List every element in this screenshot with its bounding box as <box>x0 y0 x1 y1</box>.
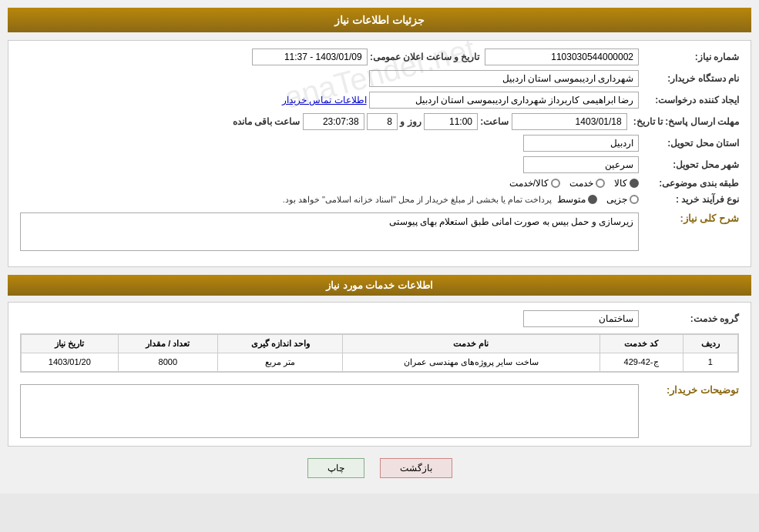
radio-kala-khedmat-label: کالا/خدمت <box>509 178 549 189</box>
radio-jozee[interactable]: جزیی <box>606 194 639 205</box>
services-section-title: اطلاعات خدمات مورد نیاز <box>8 275 751 296</box>
table-cell-name: ساخت سایر پروژه‌های مهندسی عمران <box>343 353 599 371</box>
table-cell-quantity: 8000 <box>118 353 217 371</box>
table-cell-unit: متر مربع <box>217 353 342 371</box>
service-group-label: گروه خدمت: <box>639 313 739 324</box>
deadline-day-label: روز و <box>400 116 421 127</box>
radio-motavasset[interactable]: متوسط <box>557 194 597 205</box>
deadline-day: 8 <box>367 113 398 130</box>
creator-value: رضا ابراهیمی کاربرداز شهرداری اردیبموسی … <box>369 92 639 109</box>
deadline-remain: 23:07:38 <box>303 113 364 130</box>
deadline-time-label: ساعت: <box>480 116 509 127</box>
buyer-notes-textarea[interactable] <box>20 384 639 438</box>
purchase-type-radio-group: جزیی متوسط <box>557 194 639 205</box>
button-row: بازگشت چاپ <box>8 458 751 478</box>
description-label: شرح کلی نیاز: <box>639 212 739 224</box>
radio-motavasset-circle <box>588 195 597 204</box>
table-cell-code: ج-42-429 <box>599 353 683 371</box>
services-table-container: ردیف کد خدمت نام خدمت واحد اندازه گیری ت… <box>20 333 739 373</box>
col-header-row: ردیف <box>683 334 737 353</box>
deadline-time: 11:00 <box>424 113 478 130</box>
purchase-note: پرداخت تمام یا بخشی از مبلغ خریدار از مح… <box>283 193 552 206</box>
radio-khedmat[interactable]: خدمت <box>569 178 605 189</box>
radio-motavasset-label: متوسط <box>557 194 586 205</box>
radio-kala-label: کالا <box>614 178 627 189</box>
need-number-label: شماره نیاز: <box>639 52 739 62</box>
deadline-label: مهلت ارسال پاسخ: تا تاریخ: <box>627 116 739 127</box>
radio-kala-khedmat-circle <box>551 179 560 188</box>
service-group-value: ساختمان <box>523 310 639 327</box>
col-header-qty: تعداد / مقدار <box>118 334 217 353</box>
col-header-date: تاریخ نیاز <box>22 334 119 353</box>
city-value: سرعین <box>523 156 639 173</box>
province-label: استان محل تحویل: <box>639 138 739 149</box>
radio-khedmat-circle <box>596 179 605 188</box>
services-table: ردیف کد خدمت نام خدمت واحد اندازه گیری ت… <box>21 334 738 372</box>
buyer-org-value: شهرداری اردیبموسی استان اردبیل <box>369 70 639 87</box>
radio-khedmat-label: خدمت <box>569 178 593 189</box>
col-header-unit: واحد اندازه گیری <box>217 334 342 353</box>
table-cell-row: 1 <box>683 353 737 371</box>
purchase-type-label: نوع فرآیند خرید : <box>639 194 739 205</box>
table-row: 1ج-42-429ساخت سایر پروژه‌های مهندسی عمرا… <box>22 353 738 371</box>
col-header-code: کد خدمت <box>599 334 683 353</box>
radio-kala[interactable]: کالا <box>614 178 639 189</box>
category-label: طبقه بندی موضوعی: <box>639 178 739 189</box>
col-header-name: نام خدمت <box>343 334 599 353</box>
description-value: زیرسازی و حمل بیس به صورت امانی طبق استع… <box>389 216 633 227</box>
category-radio-group: کالا خدمت کالا/خدمت <box>509 178 639 189</box>
creator-label: ایجاد کننده درخواست: <box>639 95 739 105</box>
radio-kala-circle <box>630 179 639 188</box>
contact-link[interactable]: اطلاعات تماس خریدار <box>282 95 367 105</box>
table-cell-date: 1403/01/20 <box>22 353 119 371</box>
back-button[interactable]: بازگشت <box>380 458 452 478</box>
radio-kala-khedmat[interactable]: کالا/خدمت <box>509 178 560 189</box>
radio-jozee-label: جزیی <box>606 194 627 205</box>
deadline-date: 1403/01/18 <box>512 113 627 130</box>
province-value: اردبیل <box>523 135 639 152</box>
buyer-notes-label: توضیحات خریدار: <box>639 384 739 396</box>
buyer-org-label: نام دستگاه خریدار: <box>639 73 739 84</box>
page-title: جزئیات اطلاعات نیاز <box>8 8 751 32</box>
print-button[interactable]: چاپ <box>307 458 364 478</box>
city-label: شهر محل تحویل: <box>639 159 739 170</box>
announce-date-label: تاریخ و ساعت اعلان عمومی: <box>370 52 479 62</box>
need-number-value: 1103030544000002 <box>485 49 639 65</box>
announce-date-value: 1403/01/09 - 11:37 <box>252 49 368 65</box>
radio-jozee-circle <box>630 195 639 204</box>
deadline-remain-label: ساعت باقی مانده <box>233 116 301 127</box>
